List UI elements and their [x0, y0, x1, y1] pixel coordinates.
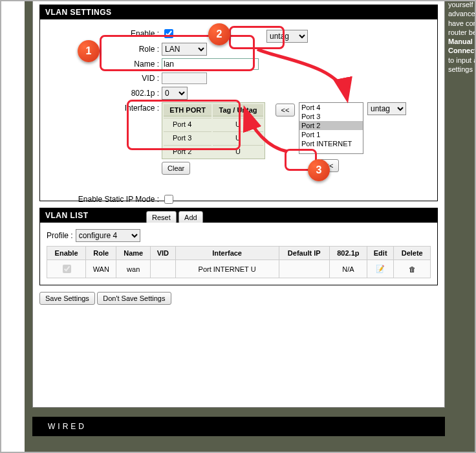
vid-label: VID :	[47, 74, 162, 83]
enable-checkbox[interactable]	[164, 29, 173, 38]
profile-label: Profile :	[47, 231, 73, 240]
dont-save-settings-button[interactable]: Don't Save Settings	[97, 292, 171, 305]
delete-icon[interactable]: 🗑	[409, 265, 416, 273]
col-enable: Enable	[47, 247, 86, 260]
col-defaultip: Default IP	[279, 247, 329, 260]
eth-header-port: ETH PORT	[164, 104, 211, 116]
clear-button[interactable]: Clear	[162, 162, 190, 175]
col-8021p: 802.1p	[329, 247, 367, 260]
table-row: Port 3U	[164, 131, 263, 144]
help-sidebar: yourself a advanced have confi router be…	[448, 0, 476, 74]
col-delete: Delete	[394, 247, 431, 260]
profile-select[interactable]: configure 4	[76, 229, 140, 242]
8021p-select[interactable]: 0	[162, 87, 188, 100]
interface-label: Interface :	[47, 102, 162, 113]
list-item[interactable]: Port INTERNET	[299, 139, 363, 148]
table-row: WAN wan Port INTERNET U N/A 📝 🗑	[47, 260, 431, 278]
save-settings-button[interactable]: Save Settings	[39, 292, 95, 305]
vlan-list-table: Enable Role Name VID Interface Default I…	[47, 246, 431, 278]
tag-untag-side-select[interactable]: untag	[367, 102, 406, 115]
row-enable-checkbox	[63, 265, 71, 273]
8021p-label: 802.1p :	[47, 89, 162, 98]
col-interface: Interface	[175, 247, 279, 260]
enable-label: Enable :	[47, 29, 162, 38]
eth-port-table: ETH PORT Tag / Untag Port 4U Port 3U Por…	[162, 102, 265, 159]
list-item[interactable]: Port 1	[299, 130, 363, 139]
role-label: Role :	[47, 45, 162, 54]
add-button[interactable]: Add	[178, 211, 203, 224]
enable-static-label: Enable Static IP Mode :	[47, 195, 162, 204]
role-select[interactable]: LAN	[162, 43, 207, 56]
footer-label: WIRED	[32, 417, 445, 436]
tag-untag-top-select[interactable]: untag	[266, 30, 308, 43]
name-label: Name :	[47, 60, 162, 69]
table-row: Port 4U	[164, 118, 263, 130]
col-role: Role	[86, 247, 116, 260]
reset-button[interactable]: Reset	[146, 211, 177, 224]
list-item[interactable]: Port 3	[299, 112, 363, 121]
eth-header-tag: Tag / Untag	[213, 104, 263, 116]
vid-input[interactable]	[162, 72, 207, 84]
enable-static-checkbox[interactable]	[164, 195, 173, 204]
col-name: Name	[116, 247, 151, 260]
table-row: Port 2U	[164, 145, 263, 157]
col-edit: Edit	[367, 247, 394, 260]
move-left-button-bottom[interactable]: <<	[319, 159, 339, 172]
vlan-settings-header: VLAN SETTINGS	[40, 5, 437, 19]
col-vid: VID	[151, 247, 176, 260]
list-item[interactable]: Port 2	[299, 121, 363, 130]
name-input[interactable]	[162, 58, 259, 70]
edit-icon[interactable]: 📝	[376, 265, 385, 272]
ports-listbox[interactable]: Port 4 Port 3 Port 2 Port 1 Port INTERNE…	[299, 102, 363, 154]
list-item[interactable]: Port 4	[299, 103, 363, 112]
move-left-button-top[interactable]: <<	[276, 104, 295, 116]
